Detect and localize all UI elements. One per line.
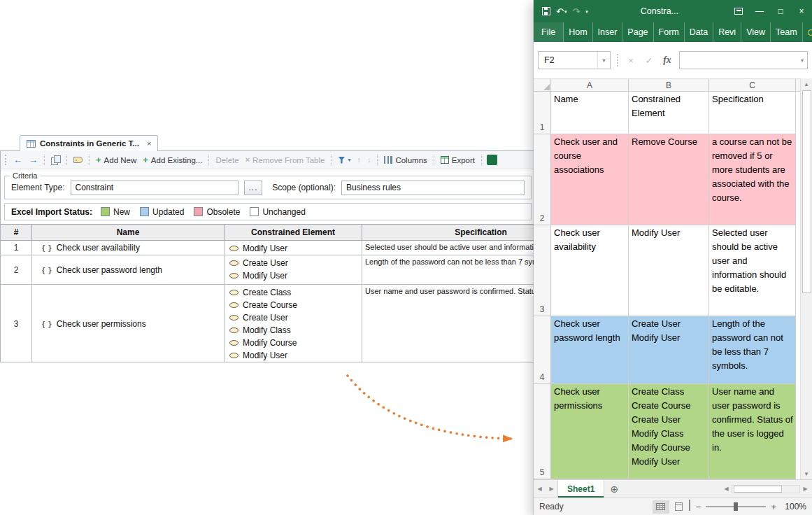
constrained-element-cell[interactable]: Create ClassCreate CourseCreate UserModi… <box>225 285 362 362</box>
row-header-3[interactable]: 3 <box>534 225 551 316</box>
remove-from-table-button[interactable]: × Remove From Table <box>243 155 328 166</box>
column-header-a[interactable]: A <box>551 79 629 91</box>
move-down-button[interactable]: ↓ <box>364 155 374 165</box>
specification-cell[interactable]: User name and user password is confirmed… <box>362 285 536 362</box>
column-header-c[interactable]: C <box>709 79 796 91</box>
next-sheet-button[interactable]: ▶ <box>546 480 557 498</box>
move-up-button[interactable]: ↑ <box>354 155 364 165</box>
formula-expand-icon[interactable]: ▾ <box>801 57 804 64</box>
scope-input[interactable]: Business rules <box>341 181 525 195</box>
row-number-cell[interactable]: 1 <box>1 241 32 255</box>
filter-button[interactable]: ▾ <box>335 155 353 165</box>
header-constrained-element[interactable]: Constrained Element <box>225 225 362 240</box>
delete-button[interactable]: Delete <box>213 155 241 166</box>
page-break-view-button[interactable] <box>689 500 690 514</box>
cell-B5[interactable]: Create Class Create Course Create User M… <box>629 384 709 479</box>
row-number-cell[interactable]: 3 <box>1 285 32 362</box>
header-name[interactable]: Name <box>32 225 225 240</box>
horizontal-scrollbar[interactable]: ◀ ▶ <box>721 480 812 498</box>
scroll-up-icon[interactable]: ▲ <box>801 78 812 90</box>
zoom-out-button[interactable]: − <box>696 502 701 512</box>
row-header-4[interactable]: 4 <box>534 316 551 384</box>
document-tab[interactable]: Constraints in Generic T... × <box>20 135 158 151</box>
constrained-element-cell[interactable]: Create UserModify User <box>225 255 362 284</box>
ribbon-tab-data[interactable]: Data <box>685 22 713 42</box>
cell-B3[interactable]: Modify User <box>629 225 709 316</box>
export-button[interactable]: Export <box>438 155 478 166</box>
row-header-5[interactable]: 5 <box>534 384 551 479</box>
cell-B2[interactable]: Remove Course <box>629 134 709 225</box>
ribbon-tab-page[interactable]: Page <box>622 22 653 42</box>
cell-A4[interactable]: Check user password length <box>551 316 629 384</box>
legend-button[interactable] <box>71 155 85 164</box>
cell-C2[interactable]: a course can not be removed if 5 or more… <box>709 134 796 225</box>
vertical-scrollbar[interactable]: ▲ ▼ <box>800 78 812 479</box>
row-header-1[interactable]: 1 <box>534 92 551 134</box>
ribbon-tab-tell[interactable]: Tell <box>803 22 812 42</box>
cell-A1[interactable]: Name <box>551 92 629 134</box>
prev-sheet-button[interactable]: ◀ <box>534 480 546 498</box>
header-number[interactable]: # <box>1 225 32 240</box>
insert-function-button[interactable]: fx <box>661 55 674 66</box>
hscroll-thumb[interactable] <box>734 486 782 493</box>
ribbon-tab-inser[interactable]: Inser <box>593 22 623 42</box>
constraint-name-cell[interactable]: { }Check user permissions <box>32 285 225 362</box>
cell-B1[interactable]: Constrained Element <box>629 92 709 134</box>
maximize-button[interactable]: □ <box>770 0 791 22</box>
copy-button[interactable] <box>48 154 63 166</box>
normal-view-button[interactable] <box>653 500 669 514</box>
ribbon-tab-view[interactable]: View <box>741 22 771 42</box>
tab-close-icon[interactable]: × <box>147 139 151 148</box>
forward-button[interactable]: → <box>26 154 41 166</box>
header-specification[interactable]: Specification <box>362 225 536 240</box>
zoom-in-button[interactable]: + <box>771 502 776 512</box>
cell-A2[interactable]: Check user and course associations <box>551 134 629 225</box>
cell-C5[interactable]: User name and user password is confirmed… <box>709 384 796 479</box>
vscroll-thumb[interactable] <box>802 90 811 293</box>
constraint-name-cell[interactable]: { }Check user password length <box>32 255 225 284</box>
excel-sync-icon[interactable] <box>487 155 497 165</box>
name-box-dropdown-icon[interactable]: ▾ <box>597 52 610 69</box>
scroll-left-icon[interactable]: ◀ <box>721 486 732 492</box>
hscroll-track[interactable] <box>732 485 800 493</box>
save-button[interactable] <box>539 3 553 20</box>
specification-cell[interactable]: Length of the password can not be less t… <box>362 255 536 284</box>
select-all-corner[interactable] <box>534 79 551 91</box>
undo-button[interactable]: ↶ ▾ <box>553 3 569 20</box>
enter-button[interactable]: ✓ <box>643 55 655 66</box>
specification-cell[interactable]: Selected user should be active user and … <box>362 241 536 255</box>
name-box[interactable]: F2 ▾ <box>538 51 611 69</box>
columns-button[interactable]: Columns <box>381 155 429 166</box>
column-header-b[interactable]: B <box>629 79 709 91</box>
cell-C1[interactable]: Specification <box>709 92 796 134</box>
cancel-button[interactable]: × <box>625 55 637 66</box>
element-type-browse-button[interactable]: ... <box>244 181 263 195</box>
sheet-tab-sheet1[interactable]: Sheet1 <box>557 480 604 498</box>
cell-A5[interactable]: Check user permissions <box>551 384 629 479</box>
cell-C4[interactable]: Length of the password can not be less t… <box>709 316 796 384</box>
ribbon-tab-team[interactable]: Team <box>771 22 803 42</box>
element-type-input[interactable]: Constraint <box>71 181 238 195</box>
cell-A3[interactable]: Check user availability <box>551 225 629 316</box>
add-new-button[interactable]: + Add New <box>93 154 139 166</box>
add-existing-button[interactable]: + Add Existing... <box>140 154 205 166</box>
scroll-right-icon[interactable]: ▶ <box>800 486 811 492</box>
new-sheet-button[interactable]: ⊕ <box>604 480 624 498</box>
constraint-name-cell[interactable]: { }Check user availability <box>32 241 225 255</box>
ribbon-tab-revi[interactable]: Revi <box>713 22 741 42</box>
zoom-slider[interactable] <box>706 506 766 507</box>
cell-B4[interactable]: Create User Modify User <box>629 316 709 384</box>
page-layout-view-button[interactable] <box>671 500 688 514</box>
redo-button[interactable]: ↷ <box>569 3 583 20</box>
ribbon-display-options-button[interactable] <box>728 0 749 22</box>
zoom-slider-thumb[interactable] <box>734 502 738 511</box>
minimize-button[interactable]: — <box>749 0 770 22</box>
ribbon-tab-hom[interactable]: Hom <box>564 22 592 42</box>
row-number-cell[interactable]: 2 <box>1 255 32 284</box>
cell-C3[interactable]: Selected user should be active user and … <box>709 225 796 316</box>
back-button[interactable]: ← <box>10 154 25 166</box>
constrained-element-cell[interactable]: Modify User <box>225 241 362 255</box>
scroll-down-icon[interactable]: ▼ <box>801 468 812 479</box>
ribbon-tab-file[interactable]: File <box>534 22 564 42</box>
ribbon-tab-form[interactable]: Form <box>654 22 685 42</box>
